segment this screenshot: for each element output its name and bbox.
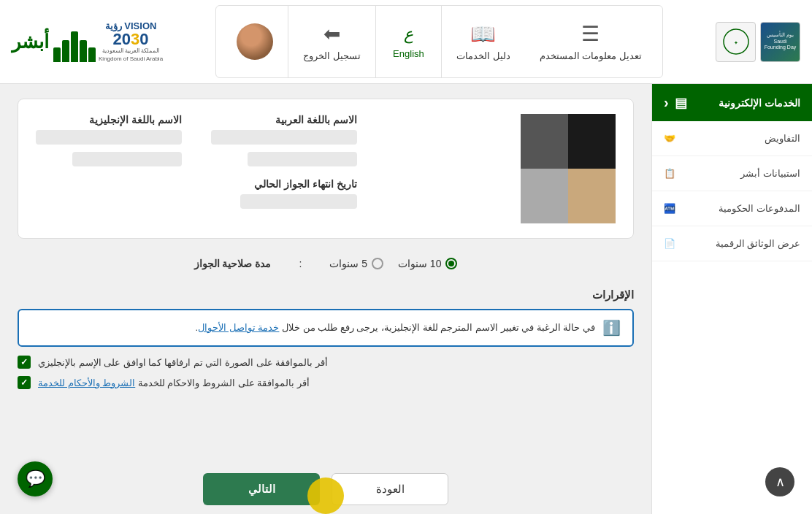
payments-icon: 🏧: [664, 203, 675, 214]
english-name-col: الاسم باللغة الإنجليزية: [36, 114, 182, 209]
documents-label: عرض الوثائق الرقمية: [716, 238, 800, 249]
back-button[interactable]: العودة: [332, 473, 448, 505]
bottom-bar: العودة التالي: [0, 464, 651, 514]
passport-validity-row: 10 سنوات 5 سنوات : مدة صلاحية الجواز: [18, 250, 634, 277]
logout-icon: ⬅: [323, 22, 340, 46]
احوال-link[interactable]: خدمة تواصل الأحوال: [198, 322, 279, 333]
sidebar-header: الخدمات الإلكترونية ▤ ‹: [652, 84, 812, 121]
chat-button[interactable]: 💬: [18, 461, 53, 496]
nav-item-services[interactable]: 📖 دليل الخدمات: [441, 6, 525, 77]
passport-expiry-label: تاريخ انتهاء الجواز الحالي: [211, 178, 357, 190]
payments-label: المدفوعات الحكومية: [719, 203, 800, 214]
user-photo: [521, 114, 616, 223]
radio-5-circle[interactable]: [372, 258, 383, 269]
sidebar-item-surveys[interactable]: استبيانات أبشر 📋: [652, 156, 812, 191]
main-layout: الخدمات الإلكترونية ▤ ‹ التفاويض 🤝 استبي…: [0, 84, 812, 514]
english-name-value2: [72, 152, 182, 166]
passport-expiry-value: [240, 194, 357, 209]
avatar: [237, 23, 273, 60]
nav-avatar-item[interactable]: [222, 6, 288, 77]
sidebar: الخدمات الإلكترونية ▤ ‹ التفاويض 🤝 استبي…: [651, 84, 812, 514]
edit-user-label: تعديل معلومات المستخدم: [540, 50, 642, 61]
warning-text: في حالة الرغبة في تغيير الاسم المترجم لل…: [31, 321, 595, 336]
checkbox-row-1[interactable]: أقر بالموافقة على الصورة التي تم ارفاقها…: [18, 356, 634, 369]
negotiations-label: التفاويض: [765, 133, 800, 144]
language-icon: ع: [404, 25, 413, 44]
declarations-section: الإقرارات ℹ️ في حالة الرغبة في تغيير الا…: [18, 288, 634, 389]
user-info-card: الاسم باللغة العربية تاريخ انتهاء الجواز…: [18, 99, 634, 239]
sidebar-item-negotiations[interactable]: التفاويض 🤝: [652, 121, 812, 156]
nav-item-language[interactable]: ع English: [375, 6, 441, 77]
arabic-name-label: الاسم باللغة العربية: [211, 114, 357, 126]
radio-5-label: 5 سنوات: [329, 258, 367, 269]
surveys-icon: 📋: [664, 168, 675, 179]
sidebar-header-icon: ▤: [675, 95, 687, 111]
terms-link[interactable]: الشروط والأحكام للخدمة: [38, 377, 135, 388]
founding-day-logo: يوم التأسيسSaudi Founding Day: [760, 22, 800, 62]
radio-10-years[interactable]: 10 سنوات: [398, 258, 457, 269]
radio-group: 10 سنوات 5 سنوات: [329, 258, 457, 269]
passport-expiry-field: تاريخ انتهاء الجواز الحالي: [211, 178, 357, 209]
radio-5-years[interactable]: 5 سنوات: [329, 258, 383, 269]
logos: يوم التأسيسSaudi Founding Day ✦: [716, 22, 800, 62]
user-info-fields: الاسم باللغة العربية تاريخ انتهاء الجواز…: [36, 114, 506, 209]
checkbox-list: أقر بالموافقة على الصورة التي تم ارفاقها…: [18, 356, 634, 389]
nav-item-logout[interactable]: ⬅ تسجيل الخروج: [288, 6, 375, 77]
documents-icon: 📄: [664, 238, 675, 249]
services-icon: 📖: [470, 22, 496, 46]
saudi-emblem-logo: ✦: [716, 22, 756, 62]
language-label: English: [393, 48, 424, 59]
edit-user-icon: ☰: [581, 22, 600, 46]
nav-logos-group: يوم التأسيسSaudi Founding Day ✦: [716, 22, 800, 62]
checkbox-2[interactable]: [18, 376, 31, 389]
chat-icon: 💬: [26, 469, 45, 488]
vision-2030-box: VISION رؤية 2030 المملكة العربية السعودي…: [99, 20, 163, 63]
svg-text:✦: ✦: [734, 40, 738, 45]
next-button[interactable]: التالي: [203, 473, 320, 505]
passport-validity-label: مدة صلاحية الجواز: [194, 258, 272, 269]
scroll-up-icon: ∧: [775, 474, 785, 490]
checkbox-1[interactable]: [18, 356, 31, 369]
top-navigation: يوم التأسيسSaudi Founding Day ✦ ☰ تعديل …: [0, 0, 812, 84]
services-label: دليل الخدمات: [456, 50, 510, 61]
nav-menu: ☰ تعديل معلومات المستخدم 📖 دليل الخدمات …: [215, 5, 662, 78]
sidebar-item-documents[interactable]: عرض الوثائق الرقمية 📄: [652, 226, 812, 261]
negotiations-icon: 🤝: [664, 133, 675, 144]
checkbox2-label: أقر بالموافقة على الشروط والاحكام للخدمة…: [38, 377, 310, 388]
english-name-field: الاسم باللغة الإنجليزية: [36, 114, 182, 166]
english-name-value: [36, 130, 182, 145]
sidebar-item-payments[interactable]: المدفوعات الحكومية 🏧: [652, 191, 812, 226]
arabic-name-col: الاسم باللغة العربية تاريخ انتهاء الجواز…: [211, 114, 357, 209]
english-name-label: الاسم باللغة الإنجليزية: [36, 114, 182, 126]
warning-icon: ℹ️: [602, 319, 621, 337]
abshir-logo: أبشر: [12, 22, 96, 62]
arabic-name-value: [211, 130, 357, 145]
radio-10-label: 10 سنوات: [398, 258, 441, 269]
sidebar-title: الخدمات الإلكترونية: [719, 97, 800, 109]
main-content: الاسم باللغة العربية تاريخ انتهاء الجواز…: [0, 84, 651, 464]
declarations-title: الإقرارات: [18, 288, 634, 302]
surveys-label: استبيانات أبشر: [740, 168, 800, 179]
arabic-name-field: الاسم باللغة العربية: [211, 114, 357, 166]
arabic-name-value2: [248, 152, 357, 166]
sidebar-chevron[interactable]: ‹: [664, 94, 669, 111]
nav-brand: VISION رؤية 2030 المملكة العربية السعودي…: [12, 20, 163, 63]
logout-label: تسجيل الخروج: [303, 50, 361, 61]
nav-item-edit-user[interactable]: ☰ تعديل معلومات المستخدم: [525, 6, 656, 77]
checkbox1-label: أقر بالموافقة على الصورة التي تم ارفاقها…: [38, 357, 328, 368]
warning-box: ℹ️ في حالة الرغبة في تغيير الاسم المترجم…: [18, 309, 634, 347]
radio-10-circle[interactable]: [445, 258, 457, 269]
checkbox-row-2[interactable]: أقر بالموافقة على الشروط والاحكام للخدمة…: [18, 376, 634, 389]
scroll-up-button[interactable]: ∧: [765, 467, 794, 496]
